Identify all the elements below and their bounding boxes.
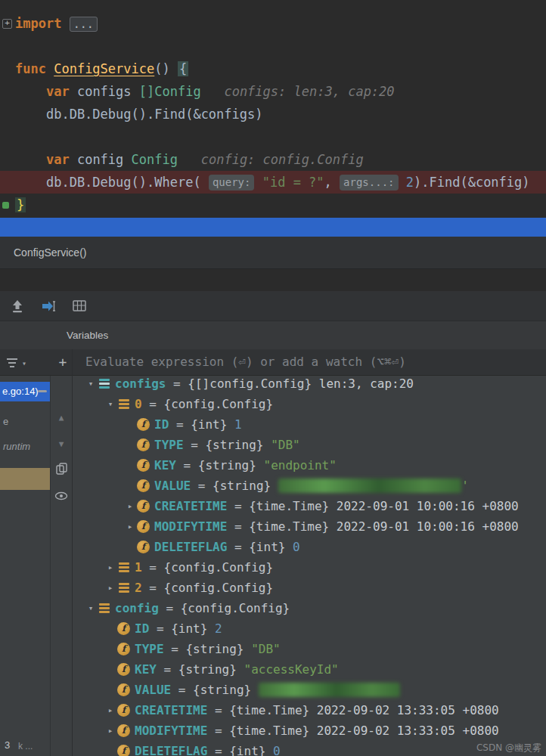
variable-row[interactable]: fKEY = {string} "accessKeyId"	[73, 659, 546, 680]
field-icon: f	[117, 704, 130, 717]
variable-type: {config.Config}	[164, 397, 274, 411]
scroll-down-button[interactable]: ▼	[51, 435, 72, 452]
frames-scrollbar[interactable]	[38, 390, 47, 392]
grid-icon	[73, 300, 86, 312]
code-line[interactable]: var configs []Config configs: len:3, cap…	[15, 80, 546, 103]
variable-row[interactable]: ▸2 = {config.Config}	[73, 578, 546, 598]
field-icon: f	[137, 438, 150, 451]
copy-button[interactable]	[51, 460, 72, 477]
execution-line[interactable]: db.DB.Debug().Where( query: "id = ?", ar…	[0, 171, 546, 194]
chevron-right-icon[interactable]: ▸	[124, 522, 136, 531]
code-line[interactable]: var config Config config: config.Config	[15, 148, 546, 171]
code-segment: db.DB.Debug().Where(	[15, 175, 209, 190]
icon-bar	[119, 590, 129, 593]
variable-text: MODIFYTIME = {time.Time} 2022-09-01 10:0…	[154, 519, 519, 534]
variable-type: {config.Config}	[181, 601, 290, 615]
add-watch-button[interactable]: +	[54, 349, 71, 375]
variable-row[interactable]: ▾config = {config.Config}	[73, 598, 546, 618]
variable-value-suffix: '	[461, 479, 469, 493]
field-icon: f	[137, 459, 150, 472]
code-segment: Config	[132, 152, 178, 167]
selected-line-bar[interactable]	[0, 218, 546, 237]
chevron-right-icon[interactable]: ▸	[104, 562, 116, 572]
show-execution-point-button[interactable]	[9, 298, 26, 314]
editor-pane[interactable]: +import ...func ConfigService() { var co…	[0, 0, 546, 218]
evaluate-expression-input[interactable]: Evaluate expression (⏎) or add a watch (…	[73, 349, 546, 375]
variable-row[interactable]: fDELETEFLAG = {int} 0	[73, 741, 546, 756]
watch-visibility-button[interactable]	[51, 488, 72, 504]
code-line[interactable]: +import ...	[15, 12, 546, 35]
variable-row[interactable]: fVALUE = {string}	[73, 680, 546, 700]
chevron-right-icon[interactable]: ▸	[124, 501, 136, 511]
breadcrumb[interactable]: ConfigService()	[14, 237, 86, 268]
chevron-down-icon[interactable]: ▾	[85, 379, 97, 389]
run-to-cursor-button[interactable]	[40, 298, 57, 314]
code-line[interactable]: }	[15, 194, 546, 216]
tab-variables[interactable]: Variables	[67, 321, 108, 350]
code-segment	[201, 84, 225, 99]
variable-text: DELETEFLAG = {int} 0	[154, 540, 300, 554]
chevron-right-icon[interactable]: ▸	[104, 726, 116, 736]
view-layout-grid-button[interactable]	[71, 298, 88, 314]
code-segment	[15, 152, 46, 167]
variable-text: 2 = {config.Config}	[135, 581, 273, 595]
variable-value: 1	[227, 417, 241, 432]
variable-row[interactable]: ▾configs = {[]config.Config} len:3, cap:…	[73, 373, 546, 394]
scroll-up-button[interactable]: ▲	[51, 409, 72, 426]
variable-row[interactable]: ▸fMODIFYTIME = {time.Time} 2022-09-02 13…	[73, 720, 546, 741]
variable-row[interactable]: ▸1 = {config.Config}	[73, 557, 546, 578]
variable-value: 0	[265, 744, 280, 756]
icon-bar	[119, 587, 129, 589]
chevron-down-icon[interactable]: ▾	[104, 399, 116, 409]
chevron-right-icon[interactable]: ▸	[104, 583, 116, 593]
variable-row[interactable]: ▸fMODIFYTIME = {time.Time} 2022-09-01 10…	[73, 516, 546, 537]
variable-row[interactable]: ▾0 = {config.Config}	[73, 394, 546, 414]
variable-row[interactable]: fVALUE = {string}'	[73, 476, 546, 496]
code-line[interactable]	[15, 125, 546, 148]
variable-text: KEY = {string} "accessKeyId"	[135, 662, 339, 677]
variable-row[interactable]: fDELETEFLAG = {int} 0	[73, 537, 546, 557]
variable-row[interactable]: fTYPE = {string} "DB"	[73, 435, 546, 455]
variable-row[interactable]: fID = {int} 2	[73, 618, 546, 639]
code-segment: config: config.Config	[201, 152, 364, 167]
variable-type: {config.Config}	[164, 560, 274, 575]
equals-sign: =	[184, 438, 206, 452]
fold-end-icon[interactable]	[2, 202, 9, 209]
struct-icon	[117, 398, 130, 411]
chevron-right-icon[interactable]: ▸	[104, 705, 116, 715]
variable-row[interactable]: ▸fCREATETIME = {time.Time} 2022-09-02 13…	[73, 700, 546, 720]
code-line[interactable]	[15, 35, 546, 57]
frame-item-highlighted[interactable]	[0, 468, 50, 490]
frame-item-runtime[interactable]: runtim	[3, 439, 30, 454]
variable-name: CREATETIME	[154, 499, 227, 513]
variable-value: 0	[285, 540, 299, 554]
variable-text: KEY = {string} "endpoint"	[154, 458, 337, 472]
variable-row[interactable]: ▸fCREATETIME = {time.Time} 2022-09-01 10…	[73, 496, 546, 516]
side-icon-rail: ▲ ▼	[50, 376, 72, 756]
code-area: +import ...func ConfigService() { var co…	[15, 12, 546, 216]
frames-panel: e.go:14) e runtim 3 k ...	[0, 376, 50, 756]
variable-text: MODIFYTIME = {time.Time} 2022-09-02 13:3…	[135, 723, 499, 738]
code-segment: var	[46, 84, 70, 99]
code-segment	[15, 84, 46, 99]
variable-text: CREATETIME = {time.Time} 2022-09-02 13:3…	[135, 703, 499, 717]
code-line[interactable]: func ConfigService() {	[15, 57, 546, 80]
filter-frames-button[interactable]: ▾	[6, 355, 38, 371]
chevron-down-icon[interactable]: ▾	[85, 603, 97, 613]
frame-item[interactable]: e	[3, 414, 8, 429]
fold-plus-icon[interactable]: +	[2, 19, 12, 29]
variable-row[interactable]: fTYPE = {string} "DB"	[73, 639, 546, 659]
variables-tree[interactable]: ▾configs = {[]config.Config} len:3, cap:…	[73, 373, 546, 756]
icon-bar	[99, 386, 110, 389]
variable-text: TYPE = {string} "DB"	[154, 438, 300, 452]
variable-name: CREATETIME	[135, 703, 207, 717]
variable-text: config = {config.Config}	[115, 601, 290, 615]
code-line[interactable]: db.DB.Debug().Find(&configs)	[15, 103, 546, 125]
variable-row[interactable]: fKEY = {string} "endpoint"	[73, 455, 546, 476]
variable-type: {string}	[198, 458, 256, 472]
equals-sign: =	[157, 662, 178, 677]
variable-value: 2022-09-02 13:33:05 +0800	[309, 723, 498, 738]
variable-row[interactable]: fID = {int} 1	[73, 414, 546, 435]
variable-type: {string}	[193, 683, 251, 697]
equals-sign: =	[171, 683, 193, 697]
